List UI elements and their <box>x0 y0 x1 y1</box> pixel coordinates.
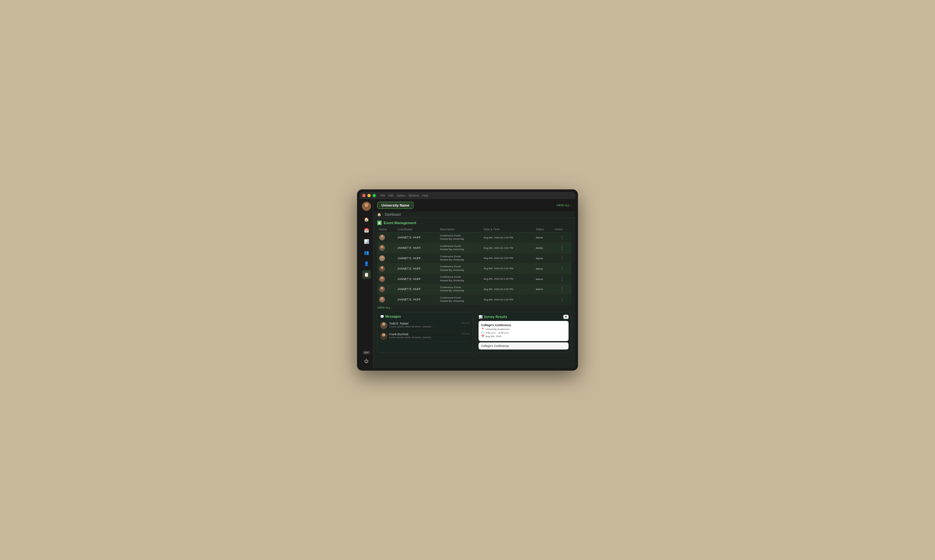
calendar-icon: 📅 <box>481 335 484 338</box>
event-view-all-row: VIEW ALL › <box>377 306 572 309</box>
header-view-all[interactable]: VIEW ALL › <box>557 204 572 207</box>
svg-point-3 <box>380 238 384 240</box>
svg-point-5 <box>380 248 384 251</box>
survey-title: 📊 Survey Results <box>478 315 507 318</box>
minimize-dot[interactable] <box>368 194 371 197</box>
message-avatar-1 <box>380 332 387 340</box>
cell-status-0: Admin <box>534 232 553 243</box>
cell-datetime-3: Aug 8th, 2024 At 2:00 PM <box>481 263 534 274</box>
svg-point-19 <box>381 337 386 340</box>
row-avatar-4 <box>379 276 385 282</box>
table-row: JANNET E. HUFF Conference EventHosted By… <box>377 274 572 284</box>
survey-header: 📊 Survey Results ▼ <box>478 315 569 319</box>
row-avatar-5 <box>379 286 385 292</box>
app-layout: 🏠 📅 📊 👥 👤 📋 OFF ⏻ University Name <box>360 199 575 368</box>
cell-action-3[interactable]: ⋮ <box>553 263 572 274</box>
cell-action-2[interactable]: ⋮ <box>553 253 572 263</box>
row-avatar-6 <box>379 297 385 302</box>
maximize-dot[interactable] <box>373 194 376 197</box>
svg-point-18 <box>382 333 385 337</box>
sidebar-item-profile[interactable]: 👤 <box>362 259 371 268</box>
message-content-0: Todd E. Rafael Lorem ipsum dolor sit ame… <box>389 322 458 329</box>
svg-point-6 <box>381 256 383 258</box>
cell-status-5: Admin <box>534 284 553 294</box>
message-text-1: Lorem ipsum dolor sit amet, consectetur … <box>389 336 435 339</box>
svg-point-14 <box>381 297 383 300</box>
event-view-all[interactable]: VIEW ALL › <box>377 306 392 309</box>
close-dot[interactable] <box>362 194 366 197</box>
messages-panel: 💬 Messages Todd E. Rafael Lorem ipsum do… <box>377 312 473 352</box>
breadcrumb: 🏠 › Dashboard <box>373 211 575 218</box>
svg-point-7 <box>380 258 384 261</box>
sidebar-item-power[interactable]: ⏻ <box>362 356 371 365</box>
message-avatar-0 <box>380 322 387 329</box>
survey-item-2-title: College's Conference <box>481 344 509 348</box>
cell-action-0[interactable]: ⋮ <box>553 232 572 243</box>
message-item[interactable]: Frank Burchett Lorem ipsum dolor sit ame… <box>380 331 470 342</box>
col-name: Name <box>377 226 395 232</box>
breadcrumb-current: Dashboard <box>384 213 401 216</box>
breadcrumb-home-icon[interactable]: 🏠 <box>377 213 381 216</box>
sidebar-item-users[interactable]: 👥 <box>362 248 371 257</box>
menu-window[interactable]: Window <box>409 194 419 197</box>
cell-status-3: Admin <box>534 263 553 274</box>
location-icon: 📍 <box>481 328 484 331</box>
svg-point-10 <box>381 277 383 279</box>
cell-coordinator-1: JANNET E. HUFF <box>395 243 438 253</box>
sidebar-item-home[interactable]: 🏠 <box>362 215 371 224</box>
menu-edit[interactable]: Edit <box>389 194 394 197</box>
survey-item-1: College's Conference 📍 University Audito… <box>478 321 569 341</box>
event-management-header: 📋 Event Management <box>377 220 572 225</box>
cell-description-0: Conference EventHosted By University <box>438 232 481 243</box>
sidebar-item-analytics[interactable]: 📊 <box>362 237 371 246</box>
svg-point-12 <box>381 287 383 289</box>
off-badge: OFF <box>363 351 370 354</box>
cell-action-1[interactable]: ⋮ <box>553 243 572 253</box>
message-time-1: 7:30 A.M. <box>460 332 470 340</box>
survey-dropdown[interactable]: ▼ <box>563 315 569 319</box>
messages-title: 💬 Messages <box>380 315 401 318</box>
svg-point-4 <box>381 246 383 248</box>
app-header: University Name VIEW ALL › <box>373 199 575 211</box>
svg-point-11 <box>380 279 384 282</box>
message-item[interactable]: Todd E. Rafael Lorem ipsum dolor sit ame… <box>380 320 470 331</box>
cell-action-6[interactable]: ⋮ <box>553 294 572 305</box>
menu-option[interactable]: Option <box>397 194 406 197</box>
svg-point-13 <box>380 289 384 292</box>
cell-datetime-6: Aug 8th, 2024 At 2:00 PM <box>481 294 534 305</box>
cell-coordinator-0: JANNET E. HUFF <box>395 232 438 243</box>
main-content: University Name VIEW ALL › 🏠 › Dashboard <box>373 199 575 368</box>
table-row: JANNET E. HUFF Conference EventHosted By… <box>377 232 572 243</box>
message-content-1: Frank Burchett Lorem ipsum dolor sit ame… <box>389 332 458 340</box>
cell-name-1 <box>377 243 395 253</box>
survey-location-text: University Auditorium <box>485 328 510 331</box>
svg-point-1 <box>363 207 369 211</box>
menu-help[interactable]: Help <box>422 194 429 197</box>
cell-action-5[interactable]: ⋮ <box>553 284 572 294</box>
sidebar-item-calendar[interactable]: 📅 <box>362 226 371 235</box>
svg-point-9 <box>380 269 384 272</box>
cell-status-4: Admin <box>534 274 553 284</box>
university-name-badge: University Name <box>377 202 414 209</box>
message-time-0: 7:30 A.M. <box>460 322 470 329</box>
cell-action-4[interactable]: ⋮ <box>553 274 572 284</box>
event-management-title: 📋 Event Management <box>377 220 416 225</box>
event-table: Name Coordinator Description Date & Time… <box>377 226 572 305</box>
svg-point-0 <box>364 203 368 207</box>
survey-item-1-title: College's Conference <box>481 323 566 327</box>
svg-point-2 <box>381 235 383 238</box>
messages-label: Messages <box>385 315 401 318</box>
menu-file[interactable]: File <box>380 194 385 197</box>
cell-name-4 <box>377 274 395 284</box>
sidebar-item-reports[interactable]: 📋 <box>362 270 371 279</box>
cell-name-0 <box>377 232 395 243</box>
cell-name-5 <box>377 284 395 294</box>
monitor-frame: File Edit Option Window Help 🏠 📅 📊 <box>357 189 578 371</box>
table-row: JANNET E. HUFF Conference EventHosted By… <box>377 294 572 305</box>
cell-description-1: Conference EventHosted By University <box>438 243 481 253</box>
survey-item-2: College's Conference <box>478 342 569 349</box>
event-management-icon: 📋 <box>377 220 382 225</box>
table-row: JANNET E. HUFF Conference EventHosted By… <box>377 284 572 294</box>
survey-label: Survey Results <box>484 315 507 318</box>
survey-item-1-time: 🕒 3:00 p.m. - 6:00 p.m. <box>481 331 566 334</box>
